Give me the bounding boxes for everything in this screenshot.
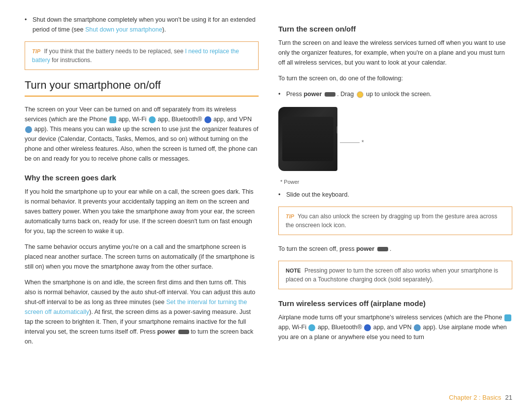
right-para1: Turn the screen on and leave the wireles… <box>278 38 512 68</box>
phone-image <box>278 107 337 171</box>
power-caption: Power <box>280 179 512 185</box>
power-bold-right: power <box>303 91 322 98</box>
bullet-shutdown: Shut down the smartphone completely when… <box>25 15 259 34</box>
power-icon-off <box>377 247 388 251</box>
tip-box-unlock: TIP You can also unlock the screen by dr… <box>278 206 512 235</box>
power-icon-bullet <box>325 92 335 97</box>
note-text: Pressing power to turn the screen off al… <box>286 267 498 283</box>
why-screen-dark-title: Why the screen goes dark <box>25 173 259 182</box>
tip-text-before: If you think that the battery needs to b… <box>44 48 185 55</box>
screen-dark-para3: When the smartphone is on and idle, the … <box>25 277 259 346</box>
airplane-mode-para1: Airplane mode turns off your smartphone'… <box>278 312 512 342</box>
page-container: Shut down the smartphone completely when… <box>0 0 532 389</box>
bluetooth-app-icon <box>204 116 211 123</box>
vpn-app-icon-right <box>414 324 421 331</box>
right-para2: To turn the screen on, do one of the fol… <box>278 73 512 83</box>
page-number: 21 <box>505 394 512 401</box>
wifi-app-icon-right <box>308 324 315 331</box>
power-star: * <box>362 139 364 146</box>
tip-label-unlock: TIP <box>286 213 294 219</box>
tip-label: TIP <box>32 48 40 54</box>
screen-dark-para2: The same behavior occurs anytime you're … <box>25 242 259 272</box>
screen-off-bold: power <box>356 245 374 252</box>
lock-icon <box>357 91 364 98</box>
bt-app-icon-right <box>364 324 371 331</box>
vpn-app-icon <box>25 126 32 133</box>
bullet-slide-keyboard: Slide out the keyboard. <box>278 190 512 200</box>
phone-app-icon <box>109 116 116 123</box>
power-button-icon-inline <box>178 330 189 334</box>
left-column: Shut down the smartphone completely when… <box>25 15 259 369</box>
left-para1: The screen on your Veer can be turned on… <box>25 104 259 164</box>
note-label: NOTE <box>286 268 301 274</box>
footer: Chapter 2 : Basics 21 <box>0 389 532 411</box>
tip-unlock-text: You can also unlock the screen by draggi… <box>286 213 497 229</box>
power-bold: power <box>157 328 175 335</box>
right-section-title: Turn the screen on/off <box>278 25 512 33</box>
right-column: Turn the screen on/off Turn the screen o… <box>278 15 512 369</box>
chapter-basics: Chapter 2 : Basics <box>449 394 501 401</box>
phone-image-container: * <box>278 107 512 171</box>
phone-app-icon-right <box>504 314 511 321</box>
top-bullets: Shut down the smartphone completely when… <box>25 15 259 34</box>
bullet-press-power: Press power . Drag up to unlock the scre… <box>278 89 512 99</box>
left-section-title: Turn your smartphone on/off <box>25 79 259 97</box>
note-box-touchstone: NOTE Pressing power to turn the screen o… <box>278 261 512 289</box>
wifi-app-icon <box>149 116 156 123</box>
screen-dark-para1: If you hold the smartphone up to your ea… <box>25 187 259 236</box>
screen-off-text: To turn the screen off, press power . <box>278 244 512 254</box>
tip-text-after: for instructions. <box>50 57 92 64</box>
power-label-line: * <box>340 139 364 146</box>
airplane-mode-title: Turn wireless services off (airplane mod… <box>278 299 512 308</box>
tip-box-battery: TIP If you think that the battery needs … <box>25 41 259 70</box>
shutdown-link[interactable]: Shut down your smartphone <box>85 26 162 33</box>
